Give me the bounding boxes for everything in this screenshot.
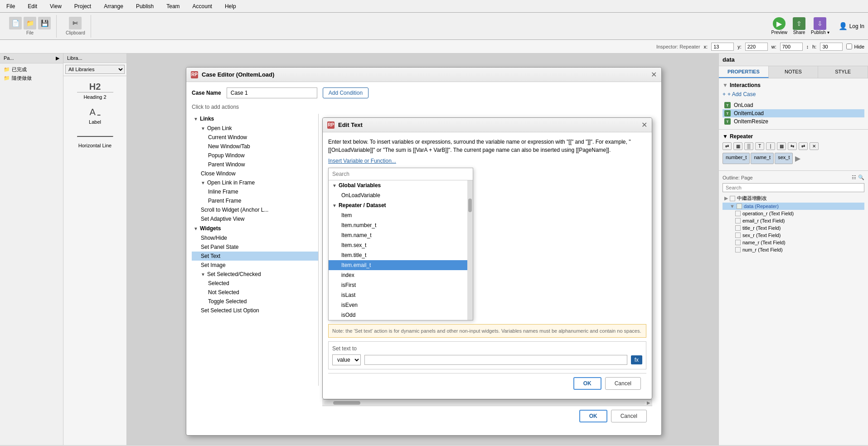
publish-button[interactable]: ⇩ Publish ▾ (811, 17, 829, 35)
outline-item-title-r[interactable]: title_r (Text Field) (723, 224, 864, 232)
var-item-iseven[interactable]: isEven (329, 300, 473, 310)
var-item-isodd[interactable]: isOdd (329, 310, 473, 320)
repeater-collapse-icon[interactable]: ▼ (723, 133, 728, 140)
tree-parent-frame[interactable]: Parent Frame (192, 196, 318, 205)
library-filter-select[interactable]: All Libraries (65, 65, 125, 74)
library-item-label[interactable]: A _ Label (67, 105, 123, 126)
repeater-tool-4[interactable]: T (755, 142, 764, 150)
outline-item-operation-r[interactable]: operation_r (Text Field) (723, 210, 864, 217)
repeater-tool-5[interactable]: | (766, 142, 775, 150)
tree-section-widgets[interactable]: ▼ Widgets (192, 223, 318, 233)
insert-variable-link[interactable]: Insert Variable or Function... (328, 158, 646, 164)
menu-arrange[interactable]: Arrange (101, 2, 126, 10)
case-editor-ok-button[interactable]: OK (579, 410, 607, 422)
edit-text-ok-button[interactable]: OK (573, 377, 601, 390)
login-button[interactable]: 👤 Log In (839, 22, 864, 30)
outline-item-email-r[interactable]: email_r (Text Field) (723, 217, 864, 224)
repeater-col-name[interactable]: name_t (751, 153, 774, 164)
repeater-col-number[interactable]: number_t (723, 153, 750, 164)
new-file-icon[interactable]: 📄 (9, 17, 22, 29)
sidebar-item-done[interactable]: 📁 已完成 (2, 65, 61, 74)
repeater-tool-7[interactable]: ⇆ (788, 142, 797, 150)
variable-search-input[interactable] (329, 168, 473, 180)
menu-publish[interactable]: Publish (133, 2, 156, 10)
outline-item-repeater-folder[interactable]: ▶ 中繼器增刪改 (723, 194, 864, 203)
case-name-input[interactable] (227, 87, 317, 98)
repeater-tool-3[interactable]: ▒ (744, 142, 753, 150)
outline-search-icon[interactable]: 🔍 (858, 175, 864, 180)
outline-item-name-r[interactable]: name_r (Text Field) (723, 239, 864, 246)
var-item-isfirst[interactable]: isFirst (329, 280, 473, 290)
fx-button[interactable]: fx (631, 355, 642, 364)
case-editor-close[interactable]: ✕ (651, 70, 657, 79)
tree-set-text[interactable]: Set Text (192, 252, 318, 261)
repeater-tool-2[interactable]: ▦ (733, 142, 742, 150)
sidebar-expand-icon[interactable]: ▶ (56, 55, 59, 61)
outline-item-sex-r[interactable]: sex_r (Text Field) (723, 232, 864, 239)
tree-new-window-tab[interactable]: New Window/Tab (192, 142, 318, 151)
repeater-close[interactable]: ✕ (810, 142, 819, 150)
value-select[interactable]: value (332, 354, 361, 365)
repeater-tool-6[interactable]: ▦ (777, 142, 786, 150)
outline-search-input[interactable] (723, 183, 864, 192)
var-item-name-t[interactable]: Item.name_t (329, 230, 473, 240)
menu-help[interactable]: Help (222, 2, 239, 10)
save-icon[interactable]: 💾 (38, 17, 51, 29)
library-item-line[interactable]: Horizontal Line (67, 130, 123, 150)
interaction-onitemresize[interactable]: T OnItemResize (723, 117, 864, 126)
interactions-collapse-icon[interactable]: ▼ (723, 82, 728, 88)
tab-style[interactable]: STYLE (818, 66, 868, 78)
edit-text-cancel-button[interactable]: Cancel (605, 377, 641, 390)
tree-parent-window[interactable]: Parent Window (192, 160, 318, 169)
tree-popup-window[interactable]: Popup Window (192, 151, 318, 160)
menu-file[interactable]: File (4, 2, 18, 10)
case-editor-cancel-button[interactable]: Cancel (611, 410, 647, 422)
outline-item-num-r[interactable]: num_r (Text Field) (723, 246, 864, 253)
tree-open-link-frame[interactable]: ▼ Open Link in Frame (192, 178, 318, 187)
h-input[interactable] (820, 43, 843, 51)
tree-selected[interactable]: Selected (192, 279, 318, 288)
tree-show-hide[interactable]: Show/Hide (192, 233, 318, 242)
tree-set-image[interactable]: Set Image (192, 261, 318, 270)
case-editor-bottom-scrollbar[interactable]: ▶ (322, 399, 652, 406)
center-area[interactable]: RP Case Editor (OnItemLoad) ✕ Case Name … (127, 53, 718, 445)
edit-text-close[interactable]: ✕ (641, 121, 647, 129)
tree-scroll-widget[interactable]: Scroll to Widget (Anchor L... (192, 205, 318, 214)
preview-button[interactable]: ▶ Preview (771, 17, 787, 35)
interaction-onitemload[interactable]: T OnItemLoad (723, 109, 864, 117)
tree-not-selected[interactable]: Not Selected (192, 288, 318, 297)
tab-notes[interactable]: NOTES (769, 66, 819, 78)
value-input[interactable] (364, 355, 627, 365)
add-condition-button[interactable]: Add Condition (323, 87, 369, 98)
outline-item-data-repeater[interactable]: ▼ data (Repeater) (723, 203, 864, 210)
tree-set-selected-checked[interactable]: ▼ Set Selected/Checked (192, 270, 318, 279)
tree-section-links[interactable]: ▼ Links (192, 114, 318, 124)
share-button[interactable]: ⇧ Share (793, 17, 805, 35)
var-item-number-t[interactable]: Item.number_t (329, 220, 473, 230)
var-item-onloadvar[interactable]: OnLoadVariable (329, 190, 473, 200)
open-file-icon[interactable]: 📁 (24, 17, 36, 29)
var-item-sex-t[interactable]: Item.sex_t (329, 240, 473, 250)
tree-current-window[interactable]: Current Window (192, 133, 318, 142)
x-input[interactable] (711, 43, 734, 51)
tree-close-window[interactable]: Close Window (192, 169, 318, 178)
var-item-title-t[interactable]: Item.title_t (329, 250, 473, 260)
global-variables-section[interactable]: ▼ Global Variables (329, 180, 473, 190)
var-item-index[interactable]: index (329, 270, 473, 280)
tree-set-panel-state[interactable]: Set Panel State (192, 242, 318, 252)
var-item-item[interactable]: Item (329, 210, 473, 220)
menu-edit[interactable]: Edit (25, 2, 40, 10)
repeater-col-sex[interactable]: sex_t (775, 153, 793, 164)
sidebar-item-random[interactable]: 📁 隨便做做 (2, 74, 61, 82)
y-input[interactable] (745, 43, 768, 51)
hide-checkbox[interactable] (846, 44, 852, 49)
tree-inline-frame[interactable]: Inline Frame (192, 187, 318, 196)
var-item-email-t[interactable]: Item.email_t (329, 260, 473, 270)
repeater-tool-1[interactable]: ⇄ (723, 142, 732, 150)
library-item-h2[interactable]: H2 Heading 2 (67, 80, 123, 102)
menu-account[interactable]: Account (190, 2, 215, 10)
tree-open-link[interactable]: ▼ Open Link (192, 124, 318, 133)
interaction-onload[interactable]: T OnLoad (723, 101, 864, 109)
scroll-right-arrow[interactable]: ▶ (647, 400, 650, 405)
var-tree-scrollbar[interactable] (467, 180, 473, 320)
